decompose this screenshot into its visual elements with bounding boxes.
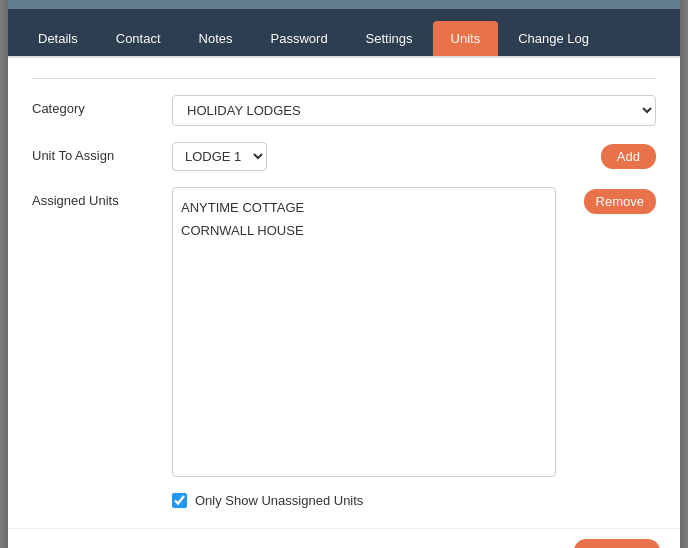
add-action: Add (556, 142, 656, 169)
tab-details[interactable]: Details (20, 21, 96, 56)
category-label: Category (32, 95, 172, 116)
tab-contact[interactable]: Contact (98, 21, 179, 56)
remove-action: Remove (556, 187, 656, 214)
category-select[interactable]: HOLIDAY LODGES OTHER (172, 95, 656, 126)
divider (32, 78, 656, 79)
tab-change-log[interactable]: Change Log (500, 21, 607, 56)
unit-to-assign-label: Unit To Assign (32, 142, 172, 163)
tab-units[interactable]: Units (433, 21, 499, 56)
list-item: ANYTIME COTTAGE (181, 196, 547, 219)
tab-notes[interactable]: Notes (181, 21, 251, 56)
tab-content-units: Category HOLIDAY LODGES OTHER Unit To As… (8, 56, 680, 528)
update-button[interactable]: Update (574, 539, 660, 549)
only-show-unassigned-label: Only Show Unassigned Units (195, 493, 363, 508)
user-settings-modal: User Settings × Details Contact Notes Pa… (8, 0, 680, 548)
assigned-units-control: ANYTIME COTTAGE CORNWALL HOUSE (172, 187, 556, 477)
unit-to-assign-row: Unit To Assign LODGE 1 LODGE 2 LODGE 3 A… (32, 142, 656, 171)
modal-footer: Update (8, 528, 680, 549)
category-row: Category HOLIDAY LODGES OTHER (32, 95, 656, 126)
add-button[interactable]: Add (601, 144, 656, 169)
remove-button[interactable]: Remove (584, 189, 656, 214)
tab-password[interactable]: Password (253, 21, 346, 56)
unit-to-assign-control: LODGE 1 LODGE 2 LODGE 3 (172, 142, 556, 171)
assigned-units-list: ANYTIME COTTAGE CORNWALL HOUSE (172, 187, 556, 477)
category-control: HOLIDAY LODGES OTHER (172, 95, 656, 126)
assigned-units-label: Assigned Units (32, 187, 172, 208)
modal-header: User Settings × (8, 0, 680, 9)
only-show-unassigned-checkbox[interactable] (172, 493, 187, 508)
assigned-units-row: Assigned Units ANYTIME COTTAGE CORNWALL … (32, 187, 656, 477)
list-item: CORNWALL HOUSE (181, 219, 547, 242)
tab-settings[interactable]: Settings (348, 21, 431, 56)
only-show-unassigned-row: Only Show Unassigned Units (172, 493, 656, 508)
unit-to-assign-select[interactable]: LODGE 1 LODGE 2 LODGE 3 (172, 142, 267, 171)
tab-bar: Details Contact Notes Password Settings … (8, 9, 680, 56)
